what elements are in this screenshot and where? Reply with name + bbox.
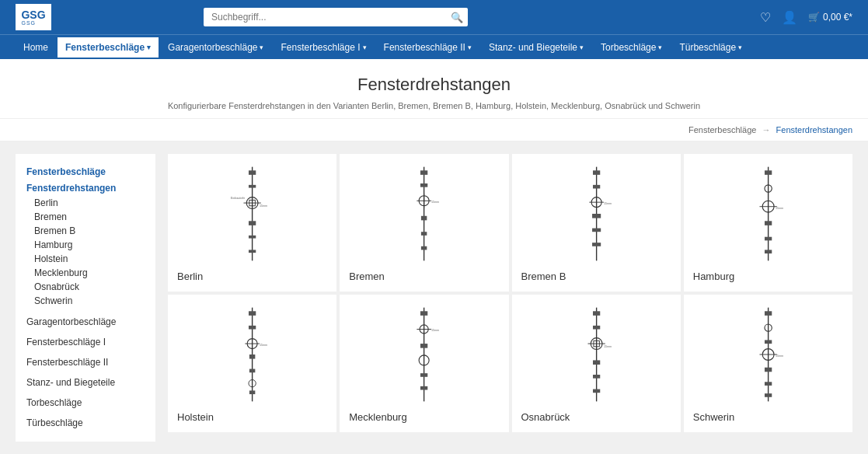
svg-rect-12 [420,170,427,175]
product-name-osnabrueck: Osnabrück [521,411,570,423]
navigation: Home Fensterbeschläge ▾ Garagentorbeschl… [0,34,868,59]
sidebar-sub-schwerin[interactable]: Schwerin [16,294,155,308]
svg-rect-45 [249,369,255,373]
product-name-mecklenburg: Mecklenburg [349,411,406,423]
svg-rect-75 [765,382,772,386]
product-image-hamburg: 15mm [693,163,843,264]
svg-rect-22 [592,170,599,175]
sidebar-sub-holstein[interactable]: Holstein [16,252,155,266]
wishlist-icon[interactable]: ♡ [760,10,771,25]
logo-sub: GSG [21,20,45,26]
svg-text:15mm: 15mm [776,354,783,358]
nav-item-fensterbeschlaege1[interactable]: Fensterbeschläge I ▾ [273,37,374,58]
svg-text:Einbautiefe: Einbautiefe [231,197,246,200]
search-button[interactable]: 🔍 [451,12,463,23]
svg-rect-76 [765,393,772,397]
product-card-holstein[interactable]: 15mm Holstein [168,295,336,432]
nav-item-tuerbeschlaege[interactable]: Türbeschläge ▾ [671,37,750,58]
svg-rect-6 [249,221,256,225]
nav-item-stanz-biegeteile[interactable]: Stanz- und Biegeteile ▾ [481,37,591,58]
product-grid: Einbautiefe 15mm Berlin 15m [168,154,852,442]
sidebar-item-fensterbeschlaege1[interactable]: Fensterbeschläge I [16,333,155,351]
product-card-mecklenburg[interactable]: 15mm Mecklenburg [340,295,508,432]
product-card-osnabrueck[interactable]: 15mm Osnabrück [512,295,681,432]
search-input[interactable] [204,8,468,26]
nav-item-fensterbeschlaege[interactable]: Fensterbeschläge ▾ [58,37,159,58]
sidebar-item-stanz[interactable]: Stanz- und Biegeteile [16,373,155,392]
svg-rect-18 [421,232,427,236]
svg-rect-60 [592,326,599,330]
svg-text:15mm: 15mm [603,345,611,348]
sidebar-sub-mecklenburg[interactable]: Mecklenburg [16,266,155,280]
svg-rect-53 [420,344,427,348]
svg-text:15mm: 15mm [431,201,439,204]
breadcrumb-arrow: → [762,125,770,134]
svg-text:15mm: 15mm [260,344,267,347]
sidebar-section-fensterbeschlaege[interactable]: Fensterbeschläge [16,163,155,180]
sidebar-item-fensterbeschlaege2[interactable]: Fensterbeschläge II [16,353,155,372]
product-image-berlin: Einbautiefe 15mm [177,163,327,264]
chevron-down-icon: ▾ [468,44,472,51]
nav-item-home[interactable]: Home [16,37,56,58]
svg-text:15mm: 15mm [603,202,611,205]
nav-item-garagentorbeschlaege[interactable]: Garagentorbeschläge ▾ [160,37,271,58]
product-image-bremen: 15mm [349,163,499,264]
page-title: Fensterdrehstangen [16,75,852,95]
svg-rect-36 [765,237,772,241]
svg-rect-41 [249,326,256,330]
sidebar-sub-bremen[interactable]: Bremen [16,210,155,224]
product-image-schwerin: 15mm [693,304,843,405]
svg-rect-64 [592,360,599,365]
svg-text:15mm: 15mm [260,204,267,208]
product-name-holstein: Holstein [177,411,214,423]
chevron-down-icon: ▾ [147,44,151,51]
product-name-bremen: Bremen [349,271,385,282]
chevron-down-icon: ▾ [260,44,263,51]
sidebar-item-garagentorbeschlaege[interactable]: Garagentorbeschläge [16,313,155,331]
cart-area[interactable]: 🛒 0,00 €* [808,12,852,23]
svg-rect-31 [765,170,772,175]
svg-rect-74 [765,368,772,372]
product-card-bremen[interactable]: 15mm Bremen [340,154,508,292]
product-name-berlin: Berlin [177,271,203,282]
svg-rect-8 [249,250,256,253]
nav-item-fensterbeschlaege2[interactable]: Fensterbeschläge II ▾ [376,37,479,58]
sidebar-item-tuerbeschlaege[interactable]: Türbeschläge [16,414,155,432]
account-icon[interactable]: 👤 [782,10,797,25]
sidebar-item-fensterdrehstangen[interactable]: Fensterdrehstangen [16,180,155,196]
sidebar-sub-berlin[interactable]: Berlin [16,196,155,210]
svg-rect-56 [420,386,427,390]
svg-rect-65 [592,375,599,379]
logo-text: GSG [21,9,45,20]
product-card-bremen-b[interactable]: 15mm Bremen B [512,154,681,292]
svg-rect-40 [249,311,256,316]
sidebar-sub-hamburg[interactable]: Hamburg [16,238,155,252]
search-container: 🔍 [204,8,468,26]
product-name-bremen-b: Bremen B [521,271,566,282]
cart-amount: 0,00 €* [823,12,852,23]
svg-rect-59 [592,311,599,316]
svg-rect-2 [249,185,256,188]
nav-item-torbeschlaege[interactable]: Torbeschläge ▾ [593,37,670,58]
logo[interactable]: GSG GSG [16,4,51,30]
header-icons: ♡ 👤 🛒 0,00 €* [760,10,852,25]
svg-rect-37 [765,250,772,253]
sidebar-sub-osnabrueck[interactable]: Osnabrück [16,280,155,294]
svg-rect-27 [592,229,601,232]
chevron-down-icon: ▾ [738,44,742,51]
product-card-berlin[interactable]: Einbautiefe 15mm Berlin [168,154,336,292]
svg-rect-35 [765,221,772,225]
product-card-hamburg[interactable]: 15mm Hamburg [684,154,852,292]
product-card-schwerin[interactable]: 15mm Schwerin [684,295,852,432]
breadcrumb-current: Fensterdrehstangen [776,125,852,134]
cart-icon: 🛒 [808,12,820,23]
svg-rect-1 [249,170,256,175]
chevron-down-icon: ▾ [363,44,367,51]
svg-rect-44 [249,354,255,359]
svg-rect-47 [249,390,255,394]
sidebar-sub-bremen-b[interactable]: Bremen B [16,224,155,238]
sidebar-item-torbeschlaege[interactable]: Torbeschläge [16,393,155,412]
breadcrumb-parent[interactable]: Fensterbeschläge [688,125,756,134]
svg-text:15mm: 15mm [431,329,439,332]
sidebar: Fensterbeschläge Fensterdrehstangen Berl… [16,154,155,442]
